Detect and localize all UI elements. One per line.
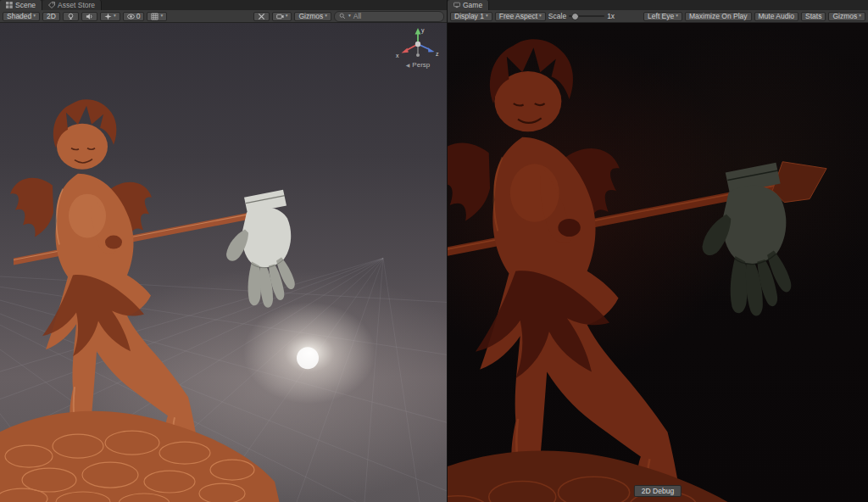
game-pane: Game Display 1 ▾ Free Aspect ▾ Scale 1x …: [448, 0, 868, 502]
tab-scene-label: Scene: [15, 1, 36, 9]
scene-canvas: [0, 23, 447, 502]
eye-icon: [127, 13, 135, 20]
scale-control: Scale 1x: [548, 12, 615, 20]
stats-toggle[interactable]: Stats: [801, 12, 826, 21]
scene-viewport[interactable]: x y z ◀ Persp: [0, 23, 447, 502]
projection-label: Persp: [412, 61, 430, 69]
scene-visibility-toggle[interactable]: 0: [123, 12, 145, 21]
light-glow-core: [297, 347, 319, 369]
camera-icon: [276, 13, 284, 20]
game-toolbar: Display 1 ▾ Free Aspect ▾ Scale 1x Left …: [448, 10, 868, 23]
maximize-on-play-toggle[interactable]: Maximize On Play: [685, 12, 752, 21]
persp-arrow-icon: ◀: [406, 62, 410, 68]
scene-gizmos-dropdown[interactable]: Gizmos ▾: [294, 12, 331, 21]
chevron-down-icon: ▾: [160, 14, 163, 19]
tab-scene[interactable]: Scene: [0, 0, 42, 10]
lighting-toggle[interactable]: [63, 12, 79, 21]
2d-debug-button[interactable]: 2D Debug: [634, 485, 682, 498]
scale-slider-knob[interactable]: [571, 13, 579, 20]
orientation-gizmo[interactable]: x y z ◀ Persp: [394, 25, 442, 69]
aspect-label: Free Aspect: [499, 13, 537, 20]
tool-settings-button[interactable]: [253, 12, 270, 21]
grid-icon: [151, 13, 159, 20]
tab-game-label: Game: [463, 1, 482, 9]
game-tabbar: Game: [448, 0, 868, 10]
aspect-ratio-dropdown[interactable]: Free Aspect ▾: [495, 12, 546, 21]
chevron-down-icon: ▾: [348, 14, 351, 19]
gizmos-label: Gizmos: [298, 13, 323, 20]
mute-audio-toggle[interactable]: Mute Audio: [754, 12, 799, 21]
tab-asset-store-label: Asset Store: [58, 1, 95, 9]
unity-editor-window: Scene Asset Store Shaded ▾ 2D ▾: [0, 0, 868, 502]
shading-mode-dropdown[interactable]: Shaded ▾: [3, 12, 40, 21]
scene-tabbar: Scene Asset Store: [0, 0, 447, 10]
sparkle-icon: [104, 13, 112, 20]
blade-render: [772, 162, 826, 203]
scale-label: Scale: [548, 12, 566, 20]
chevron-down-icon: ▾: [325, 14, 327, 19]
camera-settings-dropdown[interactable]: ▾: [272, 12, 292, 21]
search-filter-value: All: [353, 12, 361, 20]
scene-tab-icon: [6, 2, 13, 8]
axis-y-label[interactable]: y: [421, 27, 425, 34]
scene-search-field[interactable]: ▾ All: [334, 11, 444, 22]
hidden-count: 0: [136, 13, 141, 20]
scale-slider[interactable]: [569, 15, 604, 17]
tools-icon: [258, 13, 265, 20]
2d-toggle[interactable]: 2D: [42, 12, 60, 21]
asset-store-tab-icon: [48, 2, 55, 8]
effects-dropdown[interactable]: ▾: [100, 12, 120, 21]
axis-x-label[interactable]: x: [396, 53, 399, 59]
search-icon: [339, 13, 346, 20]
scene-pane: Scene Asset Store Shaded ▾ 2D ▾: [0, 0, 448, 502]
eye-mode-label: Left Eye: [648, 13, 674, 20]
game-tab-icon: [453, 2, 460, 8]
eye-mode-dropdown[interactable]: Left Eye ▾: [643, 12, 682, 21]
audio-toggle[interactable]: [81, 12, 97, 21]
chevron-down-icon: ▾: [539, 14, 542, 19]
axis-gizmo-icon: x y z: [395, 25, 441, 61]
scale-value: 1x: [607, 12, 615, 20]
display-dropdown[interactable]: Display 1 ▾: [450, 12, 492, 21]
chevron-down-icon: ▾: [33, 14, 36, 19]
game-canvas: [448, 23, 868, 502]
shading-mode-label: Shaded: [7, 13, 31, 20]
tab-asset-store[interactable]: Asset Store: [42, 0, 102, 10]
speaker-icon: [86, 13, 93, 20]
game-viewport[interactable]: 2D Debug: [448, 23, 868, 502]
display-label: Display 1: [454, 13, 484, 20]
chevron-down-icon: ▾: [114, 14, 116, 19]
grid-settings-dropdown[interactable]: ▾: [147, 12, 167, 21]
lightbulb-icon: [67, 13, 75, 20]
gizmos-label: Gizmos: [832, 13, 857, 20]
chevron-down-icon: ▾: [676, 14, 678, 19]
game-gizmos-dropdown[interactable]: Gizmos ▾: [828, 12, 865, 21]
scene-toolbar: Shaded ▾ 2D ▾ 0 ▾: [0, 10, 447, 23]
chevron-down-icon: ▾: [486, 14, 488, 19]
chevron-down-icon: ▾: [286, 14, 288, 19]
axis-z-label[interactable]: z: [436, 51, 439, 57]
projection-toggle[interactable]: ◀ Persp: [394, 61, 442, 69]
tab-game[interactable]: Game: [448, 0, 489, 10]
chevron-down-icon: ▾: [859, 14, 861, 19]
